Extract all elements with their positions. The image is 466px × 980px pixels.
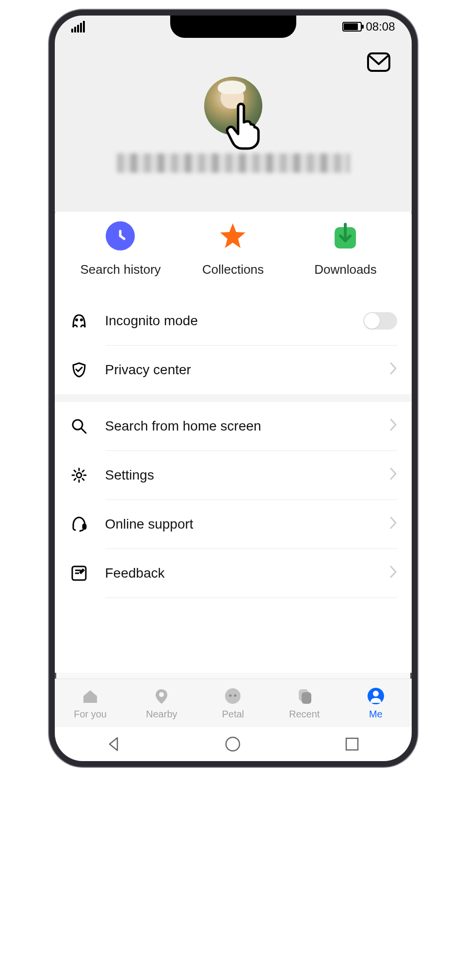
chevron-right-icon	[389, 565, 397, 582]
avatar-button[interactable]	[204, 77, 262, 135]
notch	[170, 16, 296, 38]
svg-rect-6	[83, 524, 86, 529]
online-support-row[interactable]: Online support	[55, 500, 412, 548]
battery-icon	[342, 22, 362, 32]
incognito-label: Incognito mode	[105, 313, 363, 329]
svg-point-10	[229, 695, 232, 697]
download-icon	[331, 221, 360, 250]
chevron-right-icon	[389, 516, 397, 533]
downloads-button[interactable]: Downloads	[290, 221, 402, 277]
nav-nearby[interactable]: Nearby	[126, 686, 197, 720]
gear-icon	[69, 465, 89, 485]
divider	[105, 598, 397, 598]
username-blurred	[117, 153, 350, 173]
online-support-label: Online support	[105, 516, 389, 532]
status-time: 08:08	[366, 20, 395, 33]
svg-point-2	[76, 319, 77, 321]
star-icon	[218, 221, 247, 250]
search-history-button[interactable]: Search history	[65, 221, 177, 277]
clock-icon	[106, 221, 135, 250]
home-button[interactable]	[225, 736, 241, 752]
mail-button[interactable]	[367, 52, 390, 74]
nav-me[interactable]: Me	[340, 686, 411, 720]
profile-section	[55, 38, 412, 212]
svg-point-9	[225, 688, 241, 704]
section-gap	[55, 394, 412, 402]
privacy-center-row[interactable]: Privacy center	[55, 346, 412, 394]
headset-icon	[69, 515, 89, 534]
downloads-label: Downloads	[290, 262, 402, 277]
svg-point-8	[159, 692, 164, 697]
settings-row[interactable]: Settings	[55, 451, 412, 499]
phone-frame: 08:08 Search history	[49, 10, 418, 767]
incognito-row[interactable]: Incognito mode	[55, 297, 412, 345]
search-home-row[interactable]: Search from home screen	[55, 402, 412, 450]
nav-me-label: Me	[340, 709, 411, 720]
person-icon	[366, 686, 386, 706]
feedback-label: Feedback	[105, 565, 389, 581]
feedback-icon	[69, 564, 89, 583]
feedback-row[interactable]: Feedback	[55, 549, 412, 598]
settings-card: Search history Collections Downloads	[55, 197, 412, 673]
collections-button[interactable]: Collections	[177, 221, 289, 277]
svg-rect-13	[302, 692, 311, 704]
pointer-icon	[224, 102, 262, 152]
nav-nearby-label: Nearby	[126, 709, 197, 720]
nav-recent[interactable]: Recent	[269, 686, 340, 720]
incognito-icon	[69, 311, 89, 331]
search-home-label: Search from home screen	[105, 418, 389, 434]
svg-rect-0	[368, 53, 389, 71]
search-history-label: Search history	[65, 262, 177, 277]
svg-point-15	[373, 691, 379, 697]
chevron-right-icon	[389, 362, 397, 379]
svg-rect-17	[346, 738, 358, 750]
recent-icon	[295, 686, 314, 706]
incognito-toggle[interactable]	[363, 312, 397, 330]
bottom-nav: For you Nearby Petal Recent Me	[55, 679, 412, 727]
pin-icon	[152, 686, 171, 706]
chevron-right-icon	[389, 418, 397, 435]
overview-button[interactable]	[344, 736, 360, 752]
search-icon	[69, 416, 89, 436]
svg-point-5	[77, 473, 81, 478]
nav-petal-label: Petal	[197, 709, 269, 720]
home-icon	[80, 686, 100, 706]
nav-for-you[interactable]: For you	[55, 686, 126, 720]
collections-label: Collections	[177, 262, 289, 277]
face-icon	[223, 686, 242, 706]
nav-for-you-label: For you	[55, 709, 126, 720]
nav-petal[interactable]: Petal	[197, 686, 269, 720]
nav-recent-label: Recent	[269, 709, 340, 720]
signal-icon	[71, 21, 85, 33]
svg-point-11	[234, 695, 237, 697]
system-nav	[55, 727, 412, 761]
svg-point-3	[80, 319, 82, 321]
shield-check-icon	[69, 360, 89, 380]
privacy-center-label: Privacy center	[105, 362, 389, 378]
svg-point-16	[226, 737, 240, 751]
quick-actions-row: Search history Collections Downloads	[55, 212, 412, 297]
chevron-right-icon	[389, 467, 397, 484]
settings-label: Settings	[105, 467, 389, 483]
back-button[interactable]	[106, 736, 122, 752]
